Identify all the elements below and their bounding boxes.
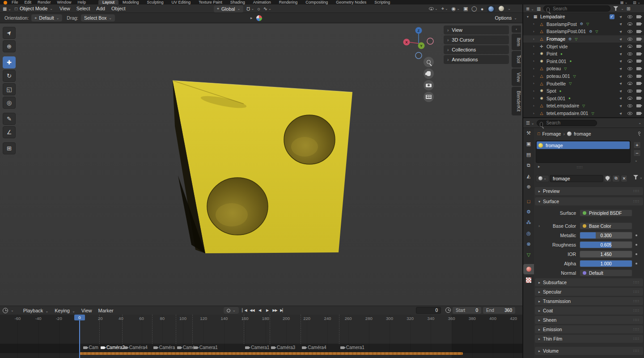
- scale-tool-button[interactable]: ◱: [3, 83, 16, 95]
- render-visibility-icon[interactable]: [636, 60, 641, 63]
- outliner-item-point-001[interactable]: ›✺Point.001●➤: [523, 58, 644, 65]
- properties-search-input[interactable]: [537, 120, 597, 126]
- outliner-item-point[interactable]: ›✺Point●➤: [523, 50, 644, 58]
- unlink-material-button[interactable]: ✕: [621, 175, 627, 182]
- workspace-tab-uv-editing[interactable]: UV Editing: [168, 0, 195, 4]
- properties-tab-view-layer[interactable]: ⧉: [523, 160, 534, 170]
- options-dropdown[interactable]: Options ⌄: [495, 15, 517, 21]
- gizmo-z-neg-axis[interactable]: [415, 52, 422, 59]
- selectable-icon[interactable]: ➤: [618, 44, 623, 49]
- render-visibility-icon[interactable]: [636, 90, 641, 93]
- surface-panel-header[interactable]: ▾ Surface ∷∷: [535, 197, 643, 205]
- cheese-object[interactable]: [0, 23, 522, 306]
- next-keyframe-button[interactable]: ▶▶: [272, 307, 278, 314]
- shading-dropdown[interactable]: ⌄: [508, 7, 511, 11]
- workspace-tab-modeling[interactable]: Modeling: [119, 0, 143, 4]
- timeline-menu-marker[interactable]: Marker: [95, 308, 117, 313]
- overlay-panel-collections[interactable]: ›Collections: [444, 45, 509, 54]
- blender-logo-icon[interactable]: [4, 1, 7, 4]
- properties-tab-constraints[interactable]: ⊗: [523, 239, 534, 249]
- visibility-eye-icon[interactable]: [627, 75, 632, 78]
- transform-tool-button[interactable]: ◎: [3, 97, 16, 109]
- camera-view-button[interactable]: [424, 80, 434, 90]
- render-visibility-icon[interactable]: [636, 45, 641, 48]
- object-visibility-dropdown[interactable]: ⌄: [429, 7, 438, 11]
- proportional-falloff-dropdown[interactable]: ∿⌄: [263, 6, 271, 12]
- panel-grip[interactable]: ∷∷: [634, 189, 640, 193]
- selectable-icon[interactable]: ➤: [618, 51, 623, 56]
- overlay-panel-annotations[interactable]: ›Annotations: [444, 55, 509, 64]
- panel-grip[interactable]: ∷∷: [634, 280, 640, 285]
- panel-header-thin-film[interactable]: ▸Thin Film∷∷: [535, 335, 643, 343]
- current-frame-field[interactable]: 0: [416, 307, 441, 314]
- visibility-eye-icon[interactable]: [627, 104, 632, 107]
- timeline-marker[interactable]: Camera1: [340, 345, 364, 350]
- timeline-marker[interactable]: Caméra4: [123, 345, 148, 350]
- outliner-item-poteau[interactable]: ›△poteau▽➤: [523, 65, 644, 72]
- visibility-eye-icon[interactable]: [627, 67, 632, 70]
- outliner-item-fromage[interactable]: ›△Fromage⚙▽➤: [523, 35, 644, 43]
- selectable-icon[interactable]: ➤: [618, 96, 623, 101]
- render-visibility-icon[interactable]: [636, 75, 641, 78]
- expand-arrow-icon[interactable]: ›: [533, 111, 537, 115]
- expand-arrow-icon[interactable]: ›: [533, 37, 537, 41]
- properties-tab-physics[interactable]: ◎: [523, 228, 534, 239]
- expand-arrow-icon[interactable]: ›: [533, 89, 537, 93]
- overlay-panel-3d-cursor[interactable]: ›3D Cursor: [444, 35, 509, 44]
- timeline-marker[interactable]: Camera1: [194, 345, 218, 350]
- selectable-icon[interactable]: ➤: [618, 59, 623, 64]
- visibility-eye-icon[interactable]: [627, 38, 632, 41]
- alpha-slider[interactable]: 1.000: [580, 260, 632, 267]
- panel-grip[interactable]: ∷∷: [634, 337, 640, 341]
- slot-specials-menu[interactable]: ⌄: [635, 158, 638, 162]
- selectable-icon[interactable]: ➤: [618, 14, 623, 19]
- slot-list-expand-arrow[interactable]: ▸: [538, 164, 540, 169]
- expand-arrow-icon[interactable]: ›: [533, 96, 537, 100]
- sidebar-tab-view[interactable]: View: [512, 68, 521, 86]
- normal-select-button[interactable]: Default: [580, 269, 632, 277]
- outliner-item-baselamppost-001[interactable]: ›△BaselampPost.001⚙▽➤: [523, 28, 644, 35]
- drag-setting-dropdown[interactable]: Select Box ⌄: [81, 14, 115, 21]
- viewport-menu-view[interactable]: View: [56, 6, 73, 11]
- render-visibility-icon[interactable]: [636, 112, 641, 115]
- topbar-menu-render[interactable]: Render: [38, 0, 51, 4]
- topbar-menu-help[interactable]: Help: [78, 0, 86, 4]
- topbar-menu-file[interactable]: File: [12, 0, 18, 4]
- slot-list-resize-grip[interactable]: ∷∷: [577, 165, 583, 170]
- select-box-tool-button[interactable]: ➤: [3, 27, 16, 39]
- workspace-tab-geometry-nodes[interactable]: Geometry Nodes: [332, 0, 370, 4]
- expand-arrow-icon[interactable]: ›: [533, 81, 537, 85]
- visibility-eye-icon[interactable]: [627, 112, 632, 115]
- sidebar-tab-blenderkit[interactable]: BlenderKit: [512, 87, 521, 115]
- workspace-tab-sculpting[interactable]: Sculpting: [143, 0, 168, 4]
- properties-tab-modifiers[interactable]: ⚙: [523, 207, 534, 217]
- render-visibility-icon[interactable]: [636, 97, 641, 100]
- properties-tab-tool[interactable]: ⚒: [523, 128, 534, 138]
- selectable-icon[interactable]: ➤: [618, 73, 623, 78]
- duplicate-material-button[interactable]: ⧉: [612, 175, 620, 182]
- timeline-marker[interactable]: Camera1: [245, 345, 269, 350]
- panel-grip[interactable]: ∷∷: [634, 299, 640, 303]
- keyframe-decorator-dot[interactable]: [636, 234, 637, 236]
- outliner-item-spot-001[interactable]: ›✺Spot.001●➤: [523, 95, 644, 102]
- panel-header-coat[interactable]: ▸Coat∷∷: [535, 307, 643, 315]
- chevron-down-icon[interactable]: ⌄: [11, 308, 14, 312]
- workspace-tab-compositing[interactable]: Compositing: [301, 0, 332, 4]
- cursor-tool-button[interactable]: ⊕: [3, 40, 16, 52]
- properties-tab-material[interactable]: [523, 264, 534, 274]
- panel-grip[interactable]: ∷∷: [634, 327, 640, 332]
- properties-tab-world[interactable]: ⊕: [523, 182, 534, 192]
- selectable-icon[interactable]: ➤: [618, 21, 623, 26]
- expand-arrow-icon[interactable]: ›: [533, 22, 537, 26]
- render-visibility-icon[interactable]: [636, 38, 641, 41]
- timeline-marker[interactable]: Cam: [83, 345, 98, 350]
- mode-dropdown[interactable]: □ Object Mode ⌄: [15, 6, 53, 11]
- panel-header-sheen[interactable]: ▸Sheen∷∷: [535, 316, 643, 324]
- outliner-search-input[interactable]: [543, 5, 610, 12]
- auto-keying-toggle[interactable]: ⌄: [224, 307, 239, 314]
- collapse-arrow-icon[interactable]: ▾: [527, 15, 531, 19]
- remove-slot-button[interactable]: −: [633, 149, 641, 157]
- prev-keyframe-button[interactable]: ◀◀: [249, 307, 255, 314]
- jump-start-button[interactable]: ▏◀: [242, 307, 247, 314]
- render-visibility-icon[interactable]: [636, 104, 641, 107]
